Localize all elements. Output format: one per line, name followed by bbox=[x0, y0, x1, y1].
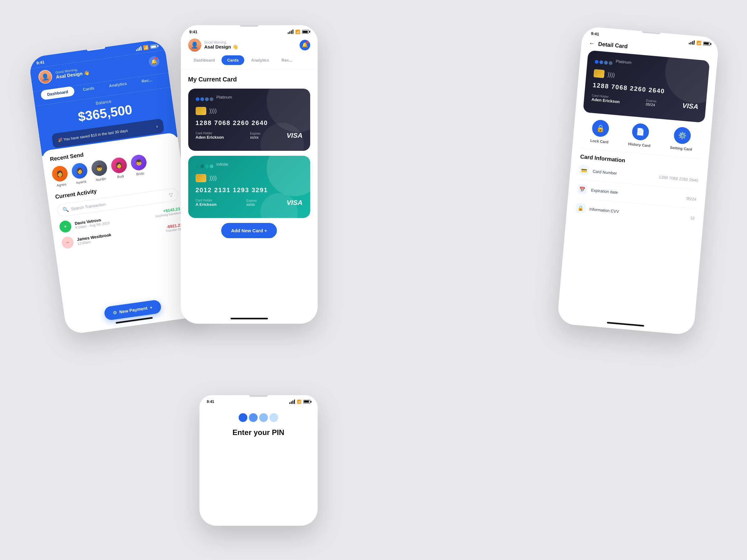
contact-avatar-nurdin: 👦 bbox=[90, 159, 108, 177]
search-placeholder: Search Transaction bbox=[71, 202, 106, 211]
greeting-cards: Good Morning, Asal Design 👋 bbox=[204, 41, 300, 50]
avatar-dashboard[interactable]: 👤 bbox=[37, 69, 53, 85]
card-holder-name-1: Aden Erickson bbox=[196, 135, 224, 140]
chevron-right-icon: › bbox=[156, 124, 158, 129]
expires-val-1: xx/xx bbox=[250, 135, 260, 140]
card-type-label-2: Infinite bbox=[216, 162, 228, 167]
setting-card-button[interactable]: ⚙️ Setting Card bbox=[670, 126, 694, 152]
back-button[interactable]: ← bbox=[589, 40, 595, 47]
signal-icon-pin bbox=[289, 400, 295, 404]
page-title-detail: Detail Card bbox=[598, 41, 628, 50]
card-number-icon: 💳 bbox=[578, 165, 589, 176]
contact-name-agnes: Agnes bbox=[56, 182, 67, 187]
lock-icon: 🔒 bbox=[591, 119, 610, 137]
new-payment-label: New Payment bbox=[119, 305, 148, 314]
cvv-label: Information CVV bbox=[589, 207, 687, 219]
card-infinite[interactable]: Infinite )))) 2012 2131 1293 3291 Card H… bbox=[188, 156, 310, 218]
contact-nurdin[interactable]: 👦 Nurdin bbox=[90, 159, 109, 182]
contact-avatar-budi: 👩 bbox=[110, 156, 128, 174]
brand-logo-pin bbox=[207, 413, 310, 422]
contact-name-nurdin: Nurdin bbox=[96, 177, 106, 182]
phone-pin: 9:41 📶 bbox=[200, 395, 318, 526]
detail-card-type: Platinum bbox=[615, 59, 632, 65]
detail-expires-val: 05/24 bbox=[646, 102, 656, 107]
phones-container: 9:41 📶 👤 Good Morning, A bbox=[31, 16, 716, 544]
card-info-section: Card Information 💳 Card Number 1288 7068… bbox=[574, 153, 701, 227]
history-card-label: History Card bbox=[628, 141, 650, 148]
tab-cards-rec[interactable]: Rec... bbox=[276, 55, 298, 65]
tx-icon-negative: − bbox=[61, 236, 74, 249]
payment-icon: ⊙ bbox=[113, 310, 117, 315]
lock-card-button[interactable]: 🔒 Lock Card bbox=[590, 119, 610, 144]
contact-name-broto: Broto bbox=[136, 171, 144, 176]
status-bar-pin: 9:41 📶 bbox=[200, 395, 318, 406]
expires-val-2: xx/xx bbox=[247, 203, 257, 207]
chip-icon-1 bbox=[196, 107, 206, 115]
contact-broto[interactable]: 👦 Broto bbox=[130, 154, 148, 176]
card-holder-label-2: Card Holder bbox=[196, 199, 216, 202]
my-current-card-title: My Current Card bbox=[188, 76, 310, 83]
lock-card-label: Lock Card bbox=[590, 138, 609, 144]
card-type-label-1: Platinum bbox=[216, 95, 232, 100]
detail-brand-dots bbox=[595, 59, 613, 65]
battery-icon-cards bbox=[302, 30, 309, 33]
contact-avatar-broto: 👦 bbox=[130, 154, 147, 171]
pin-content: Enter your PIN bbox=[200, 406, 318, 444]
detail-nfc-icon: )))) bbox=[607, 71, 615, 78]
chip-icon-2 bbox=[196, 174, 206, 182]
notification-dot-cards bbox=[306, 41, 309, 44]
add-card-label: Add New Card + bbox=[231, 228, 267, 233]
wifi-icon-cards: 📶 bbox=[295, 30, 300, 34]
bell-icon-cards[interactable]: 🔔 bbox=[300, 40, 310, 50]
add-new-card-button[interactable]: Add New Card + bbox=[221, 223, 277, 238]
detail-content: Platinum )))) 1288 7068 2260 2640 Card H… bbox=[565, 49, 717, 239]
status-time: 9:41 bbox=[36, 59, 45, 65]
signal-icon-cards bbox=[288, 30, 293, 34]
contact-avatar-isyana: 👩 bbox=[71, 162, 88, 180]
notification-dot bbox=[155, 57, 157, 60]
tab-cards-cards[interactable]: Cards bbox=[222, 55, 244, 65]
tab-cards-dashboard[interactable]: Dashboard bbox=[188, 55, 221, 65]
battery-icon-pin bbox=[303, 400, 310, 404]
nfc-icon-2: )))) bbox=[209, 175, 217, 181]
bell-icon-dashboard[interactable]: 🔔 bbox=[148, 55, 160, 67]
signal-icon bbox=[135, 46, 141, 51]
setting-card-label: Setting Card bbox=[670, 145, 692, 152]
card-platinum[interactable]: Platinum )))) 1288 7068 2260 2640 Card H… bbox=[188, 89, 310, 151]
white-card-area: Recent Send 👩 Agnes 👩 Isyana 👦 Nurdin 👩 … bbox=[41, 132, 196, 285]
user-name-cards: Asal Design 👋 bbox=[204, 44, 300, 50]
wifi-icon: 📶 bbox=[143, 45, 149, 50]
expires-label-1: Expires bbox=[250, 132, 260, 135]
contact-isyana[interactable]: 👩 Isyana bbox=[71, 162, 89, 185]
history-icon: 📄 bbox=[631, 123, 650, 141]
expiry-label: Expiration date bbox=[591, 187, 683, 200]
detail-card: Platinum )))) 1288 7068 2260 2640 Card H… bbox=[583, 50, 710, 123]
detail-chip-icon bbox=[593, 69, 604, 78]
plus-icon: + bbox=[149, 305, 152, 310]
cards-content: My Current Card Platinum bbox=[181, 70, 318, 244]
battery-icon bbox=[150, 44, 157, 49]
avatar-cards[interactable]: 👤 bbox=[188, 38, 201, 52]
status-bar-cards: 9:41 📶 bbox=[181, 25, 318, 36]
history-card-button[interactable]: 📄 History Card bbox=[628, 123, 652, 148]
contact-budi[interactable]: 👩 Budi bbox=[110, 156, 128, 179]
battery-icon-detail bbox=[703, 42, 710, 46]
contact-agnes[interactable]: 👩 Agnes bbox=[51, 165, 69, 187]
card-brand-dots-1 bbox=[196, 97, 213, 101]
wifi-icon-detail: 📶 bbox=[696, 40, 701, 45]
contact-avatar-agnes: 👩 bbox=[51, 165, 69, 182]
tab-cards-analytics[interactable]: Analytics bbox=[246, 55, 275, 65]
expiry-icon: 📅 bbox=[577, 184, 588, 195]
good-morning-cards: Good Morning, bbox=[204, 41, 300, 44]
card-deco-4 bbox=[260, 193, 298, 218]
search-icon: 🔍 bbox=[62, 206, 69, 213]
phone-detail: 9:41 📶 ← Detail Card bbox=[557, 26, 719, 335]
card-holder-name-2: A Erickson bbox=[196, 202, 216, 207]
new-payment-button[interactable]: ⊙ New Payment + bbox=[103, 299, 162, 321]
filter-icon[interactable]: ▽ bbox=[169, 191, 173, 198]
nfc-icon-1: )))) bbox=[209, 108, 217, 114]
tx-icon-positive: + bbox=[58, 220, 72, 233]
contact-name-budi: Budi bbox=[117, 174, 124, 179]
settings-icon: ⚙️ bbox=[673, 126, 691, 144]
cvv-value: 32 bbox=[690, 215, 695, 220]
